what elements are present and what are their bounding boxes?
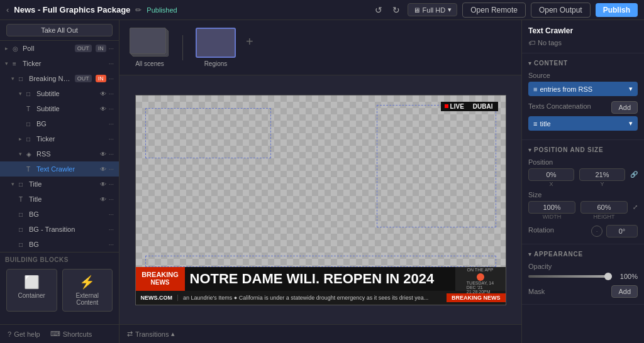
edit-icon[interactable]: ✏ — [135, 6, 142, 14]
position-collapse-arrow[interactable]: ▾ — [528, 146, 531, 153]
ticker-more[interactable]: ··· — [109, 60, 114, 67]
dec-text: DEC '21 — [467, 285, 494, 290]
top-left-region[interactable] — [145, 108, 271, 158]
publish-button[interactable]: Publish — [596, 3, 638, 17]
container-block[interactable]: ⬜ Container — [6, 269, 57, 312]
subtitle-more[interactable]: ··· — [109, 90, 114, 97]
layer-bg2[interactable]: □ BG ··· — [0, 207, 119, 222]
concat-chevron-icon: ▾ — [629, 119, 633, 128]
breaking-more[interactable]: ··· — [109, 75, 114, 82]
regions-thumb[interactable]: Regions — [196, 28, 236, 67]
content-section-label: CONTENT — [534, 60, 568, 67]
top-right-region[interactable] — [377, 105, 496, 227]
open-remote-button[interactable]: Open Remote — [462, 3, 526, 18]
bg1-more[interactable]: ··· — [109, 121, 114, 128]
layer-breaking[interactable]: ▾ □ Breaking Ne... OUT IN ··· — [0, 71, 119, 86]
layer-text-crawler[interactable]: T Text Crawler 👁 ··· — [0, 161, 119, 177]
mask-label: Mask — [528, 288, 545, 295]
concat-select-inner: ≡ title — [533, 120, 551, 128]
title-t-icon: T — [19, 196, 26, 203]
height-input[interactable] — [580, 201, 628, 214]
breaking-in-btn[interactable]: IN — [96, 75, 106, 82]
resolution-select[interactable]: 🖥 Full HD ▾ — [408, 3, 458, 16]
poll-in-btn[interactable]: IN — [96, 45, 106, 52]
source-label: Source — [528, 72, 638, 79]
text-crawler-eye[interactable]: 👁 — [100, 166, 106, 173]
layer-bg1[interactable]: □ BG ··· — [0, 116, 119, 131]
layer-poll[interactable]: ▸ ◎ Poll OUT IN ··· — [0, 41, 119, 56]
layer-ticker-header[interactable]: ▾ ≡ Ticker ··· — [0, 56, 119, 71]
title-t-eye[interactable]: 👁 — [100, 196, 106, 203]
concat-select[interactable]: ≡ title ▾ — [528, 116, 638, 131]
opacity-slider[interactable] — [528, 275, 612, 278]
take-all-out-button[interactable]: Take All Out — [6, 24, 113, 36]
width-input[interactable] — [528, 201, 575, 214]
ticker2-label: Ticker — [36, 135, 106, 143]
transitions-button[interactable]: ⇄ Transitions ▴ — [127, 330, 175, 338]
rotation-input[interactable] — [606, 225, 638, 237]
pos-y-input[interactable] — [579, 168, 625, 181]
published-badge: Published — [147, 6, 177, 14]
lock-icon[interactable]: 🔗 — [630, 171, 638, 178]
building-blocks-label: BUILDING BLOCKS — [5, 256, 69, 263]
text-crawler-more[interactable]: ··· — [109, 166, 114, 173]
breaking-news-tag: BREAKING NEWS — [447, 293, 506, 302]
bg2-more[interactable]: ··· — [109, 211, 114, 218]
subtitle-eye[interactable]: 👁 — [100, 90, 106, 97]
transitions-label: Transitions — [135, 330, 169, 338]
title-group-more[interactable]: ··· — [109, 181, 114, 188]
title-group-eye[interactable]: 👁 — [100, 181, 106, 188]
undo-button[interactable]: ↺ — [372, 3, 385, 18]
layer-subtitle-t[interactable]: T Subtitle 👁 ··· — [0, 101, 119, 116]
concat-header: Texts Concatenation Add — [528, 101, 638, 114]
layer-bg-transition[interactable]: □ BG - Transition ··· — [0, 222, 119, 237]
rotation-circle[interactable]: · — [591, 226, 602, 237]
rss-collapse-icon: ▾ — [19, 151, 22, 157]
source-select[interactable]: ≡ entries from RSS ▾ — [528, 82, 638, 96]
bg3-more[interactable]: ··· — [109, 241, 114, 248]
bg-trans-more[interactable]: ··· — [109, 226, 114, 233]
concat-list-icon: ≡ — [533, 120, 537, 128]
bottom-bar-region[interactable] — [145, 256, 496, 267]
shortcuts-button[interactable]: ⌨ Shortcuts — [50, 330, 92, 338]
ticker2-more[interactable]: ··· — [109, 136, 114, 143]
add-scene-button[interactable]: + — [246, 35, 253, 49]
poll-more[interactable]: ··· — [109, 45, 114, 52]
back-icon[interactable]: ‹ — [6, 5, 9, 14]
all-scenes-thumb[interactable]: All scenes — [130, 28, 170, 67]
shortcuts-icon: ⌨ — [50, 330, 60, 338]
add-concat-button[interactable]: Add — [611, 101, 638, 114]
rss-more[interactable]: ··· — [109, 151, 114, 158]
get-help-button[interactable]: ? Get help — [8, 330, 40, 338]
title-t-more[interactable]: ··· — [109, 196, 114, 203]
redo-button[interactable]: ↻ — [390, 3, 402, 18]
layer-rss[interactable]: ▾ ◈ RSS 👁 ··· — [0, 146, 119, 161]
main-layout: Take All Out ▸ ◎ Poll OUT IN ··· ▾ ≡ Tic… — [0, 20, 644, 343]
expand-icon[interactable]: ⤢ — [633, 204, 638, 210]
pos-x-input[interactable] — [528, 168, 574, 181]
bg3-icon: □ — [19, 241, 26, 248]
layer-ticker2[interactable]: ▸ □ Ticker ··· — [0, 131, 119, 146]
subtitle-t-more[interactable]: ··· — [109, 106, 114, 112]
breaking-icon: □ — [19, 75, 26, 82]
ticker-scroll-text: an Laundrie's Items ● California is unde… — [178, 295, 447, 301]
open-output-button[interactable]: Open Output — [531, 3, 591, 18]
layers-list: ▸ ◎ Poll OUT IN ··· ▾ ≡ Ticker ··· ▾ □ B… — [0, 41, 119, 324]
layer-subtitle-group[interactable]: ▾ □ Subtitle 👁 ··· — [0, 86, 119, 101]
canvas[interactable]: LIVE DUBAI BREAKING NEWS NOTRE DAME WILI… — [135, 95, 506, 305]
rss-eye[interactable]: 👁 — [100, 151, 106, 158]
layer-title-group[interactable]: ▾ □ Title 👁 ··· — [0, 177, 119, 192]
mask-add-button[interactable]: Add — [611, 285, 638, 298]
opacity-slider-row: 100% — [528, 273, 638, 280]
breaking-out-btn[interactable]: OUT — [75, 75, 92, 82]
poll-out-btn[interactable]: OUT — [75, 45, 92, 52]
content-collapse-arrow[interactable]: ▾ — [528, 60, 531, 67]
subtitle-t-eye[interactable]: 👁 — [100, 106, 106, 112]
pos-x-field: X — [528, 168, 574, 187]
pos-row: X Y 🔗 — [528, 168, 638, 187]
appearance-collapse-arrow[interactable]: ▾ — [528, 251, 531, 258]
opacity-handle[interactable] — [604, 273, 612, 280]
layer-bg3[interactable]: □ BG ··· — [0, 237, 119, 252]
external-content-block[interactable]: ⚡ External Content — [62, 269, 113, 312]
layer-title-t[interactable]: T Title 👁 ··· — [0, 192, 119, 207]
